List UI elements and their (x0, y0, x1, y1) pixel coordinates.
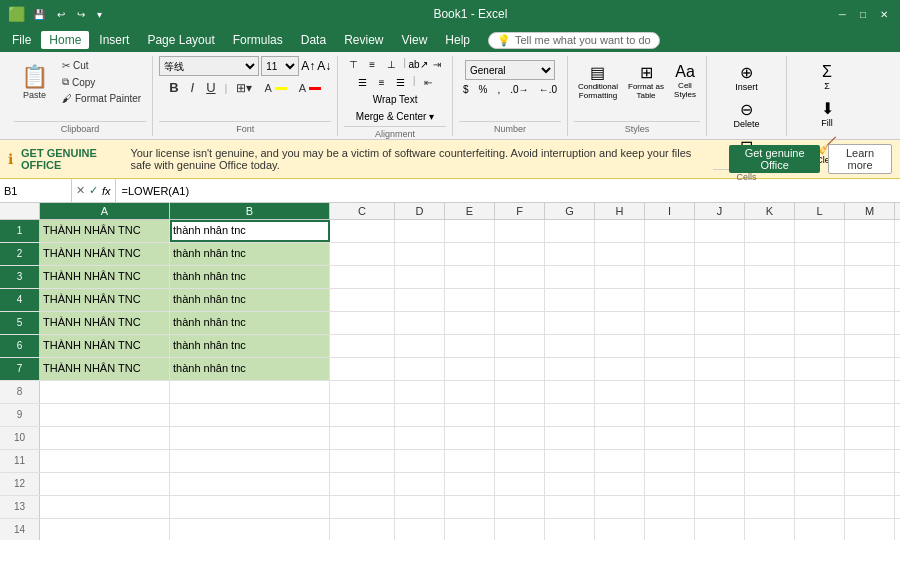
cell-n11[interactable] (895, 450, 900, 472)
number-format-select[interactable]: General (465, 60, 555, 80)
col-header-f[interactable]: F (495, 203, 545, 219)
merge-dropdown-icon[interactable]: ▾ (429, 111, 434, 122)
cell-c7[interactable] (330, 358, 395, 380)
cell-h12[interactable] (595, 473, 645, 495)
cell-d11[interactable] (395, 450, 445, 472)
cell-c2[interactable] (330, 243, 395, 265)
cell-m3[interactable] (845, 266, 895, 288)
cell-c4[interactable] (330, 289, 395, 311)
cell-d14[interactable] (395, 519, 445, 540)
cell-a8[interactable] (40, 381, 170, 403)
menu-formulas[interactable]: Formulas (225, 31, 291, 49)
delete-button[interactable]: ⊖ Delete (727, 97, 766, 132)
cell-j13[interactable] (695, 496, 745, 518)
cell-c8[interactable] (330, 381, 395, 403)
cell-d1[interactable] (395, 220, 445, 242)
cell-k4[interactable] (745, 289, 795, 311)
align-top-button[interactable]: ⊤ (344, 56, 362, 72)
cell-a4[interactable]: THÀNH NHÂN TNC (40, 289, 170, 311)
cell-k5[interactable] (745, 312, 795, 334)
cell-d9[interactable] (395, 404, 445, 426)
cell-f12[interactable] (495, 473, 545, 495)
cell-l7[interactable] (795, 358, 845, 380)
cell-a13[interactable] (40, 496, 170, 518)
cell-k2[interactable] (745, 243, 795, 265)
cell-g14[interactable] (545, 519, 595, 540)
row-number[interactable]: 14 (0, 519, 40, 540)
cell-g13[interactable] (545, 496, 595, 518)
cell-i8[interactable] (645, 381, 695, 403)
cell-e12[interactable] (445, 473, 495, 495)
cell-l8[interactable] (795, 381, 845, 403)
menu-data[interactable]: Data (293, 31, 334, 49)
cell-b3[interactable]: thành nhân tnc (170, 266, 330, 288)
cell-g3[interactable] (545, 266, 595, 288)
col-header-a[interactable]: A (40, 203, 170, 219)
cell-e5[interactable] (445, 312, 495, 334)
cell-d7[interactable] (395, 358, 445, 380)
row-number[interactable]: 2 (0, 243, 40, 265)
cell-n12[interactable] (895, 473, 900, 495)
cell-d4[interactable] (395, 289, 445, 311)
cell-j8[interactable] (695, 381, 745, 403)
cell-e8[interactable] (445, 381, 495, 403)
cell-a9[interactable] (40, 404, 170, 426)
cell-n6[interactable] (895, 335, 900, 357)
comma-button[interactable]: , (494, 82, 505, 97)
cell-g10[interactable] (545, 427, 595, 449)
row-number[interactable]: 13 (0, 496, 40, 518)
cell-i4[interactable] (645, 289, 695, 311)
cell-l4[interactable] (795, 289, 845, 311)
cell-j10[interactable] (695, 427, 745, 449)
cell-b2[interactable]: thành nhân tnc (170, 243, 330, 265)
cell-e4[interactable] (445, 289, 495, 311)
formula-content[interactable]: =LOWER(A1) (116, 185, 900, 197)
cell-f9[interactable] (495, 404, 545, 426)
cell-e6[interactable] (445, 335, 495, 357)
cell-k6[interactable] (745, 335, 795, 357)
cell-f8[interactable] (495, 381, 545, 403)
cell-l12[interactable] (795, 473, 845, 495)
cell-e1[interactable] (445, 220, 495, 242)
autosum-button[interactable]: Σ Σ (811, 60, 843, 94)
cell-e2[interactable] (445, 243, 495, 265)
cell-g8[interactable] (545, 381, 595, 403)
cell-n10[interactable] (895, 427, 900, 449)
cell-l13[interactable] (795, 496, 845, 518)
cell-n9[interactable] (895, 404, 900, 426)
cell-i10[interactable] (645, 427, 695, 449)
cell-j1[interactable] (695, 220, 745, 242)
cell-d5[interactable] (395, 312, 445, 334)
cell-d3[interactable] (395, 266, 445, 288)
align-left-button[interactable]: ☰ (354, 74, 372, 90)
cell-m12[interactable] (845, 473, 895, 495)
cell-n4[interactable] (895, 289, 900, 311)
menu-page-layout[interactable]: Page Layout (139, 31, 222, 49)
tell-me-box[interactable]: 💡 Tell me what you want to do (488, 32, 660, 49)
cell-g7[interactable] (545, 358, 595, 380)
cell-j11[interactable] (695, 450, 745, 472)
cell-c6[interactable] (330, 335, 395, 357)
minimize-icon[interactable]: ─ (835, 7, 850, 22)
save-icon[interactable]: 💾 (29, 7, 49, 22)
cell-b6[interactable]: thành nhân tnc (170, 335, 330, 357)
cell-i1[interactable] (645, 220, 695, 242)
cell-b9[interactable] (170, 404, 330, 426)
orientation-button[interactable]: ab↗ (409, 56, 427, 72)
cell-k14[interactable] (745, 519, 795, 540)
redo-icon[interactable]: ↪ (73, 7, 89, 22)
row-number[interactable]: 10 (0, 427, 40, 449)
cell-h4[interactable] (595, 289, 645, 311)
fill-color-button[interactable]: A (259, 80, 291, 96)
col-header-b[interactable]: B (170, 203, 330, 219)
cell-m14[interactable] (845, 519, 895, 540)
cell-f3[interactable] (495, 266, 545, 288)
cell-b1[interactable]: thành nhân tnc (170, 220, 330, 242)
cell-h8[interactable] (595, 381, 645, 403)
cell-f13[interactable] (495, 496, 545, 518)
cell-a7[interactable]: THÀNH NHÂN TNC (40, 358, 170, 380)
cell-g4[interactable] (545, 289, 595, 311)
cell-k11[interactable] (745, 450, 795, 472)
menu-review[interactable]: Review (336, 31, 391, 49)
row-number[interactable]: 9 (0, 404, 40, 426)
